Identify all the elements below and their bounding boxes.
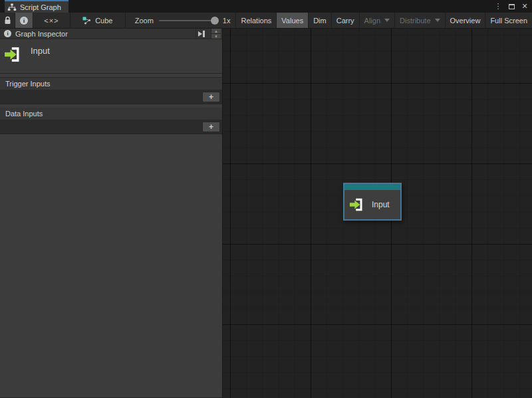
zoom-label: Zoom [135,17,154,25]
overview-button[interactable]: Overview [446,13,486,28]
code-preview-button[interactable]: <×> [33,13,70,28]
trigger-inputs-header: Trigger Inputs [0,78,222,90]
data-inputs-list: + [0,120,222,134]
graph-target-label: Cube [95,17,112,25]
window-controls: ⋮ ✕ [493,0,529,13]
graph-inspector-header: i Graph Inspector ▲ ▼ [0,29,222,39]
graph-canvas[interactable]: Input [223,29,532,398]
panel-spinner: ▲ ▼ [211,29,221,39]
spinner-up-button[interactable]: ▲ [211,29,221,34]
graph-inspector-panel: i Graph Inspector ▲ ▼ [0,29,223,398]
zoom-slider-thumb[interactable] [211,17,219,25]
dock-arrow-icon [198,31,202,37]
dropdown-arrow-icon [384,19,390,22]
input-node-header[interactable] [344,184,400,190]
inspector-toggle-button[interactable]: i [15,13,33,28]
add-data-input-button[interactable]: + [202,122,220,132]
spinner-down-button[interactable]: ▼ [211,34,221,39]
node-title: Input [372,200,390,209]
dropdown-arrow-icon [435,19,440,22]
data-inputs-header: Data Inputs [0,108,222,120]
trigger-inputs-list: + [0,90,222,104]
full-screen-button[interactable]: Full Screen [485,13,532,28]
graph-target-button[interactable]: Cube [70,13,126,28]
unit-title: Input [31,46,50,56]
lock-icon [4,16,11,25]
graph-inspector-title: Graph Inspector [15,30,192,38]
code-icon: <×> [44,17,59,25]
toolbar-right-group: Relations Values Dim Carry Align Distrib… [236,13,532,28]
inspector-empty-space [0,134,222,398]
relations-button[interactable]: Relations [236,13,277,28]
window-menu-icon[interactable]: ⋮ [493,2,503,11]
tab-script-graph[interactable]: Script Graph [5,0,68,13]
script-graph-asset-icon [82,17,91,25]
zoom-value: 1x [223,17,231,25]
zoom-control: Zoom 1x [126,13,237,28]
zoom-slider-track [159,20,217,21]
info-icon: i [20,17,28,25]
tab-title: Script Graph [20,3,61,11]
input-node[interactable]: Input [343,183,402,221]
align-dropdown[interactable]: Align [360,13,395,28]
input-node-body: Input [344,190,400,219]
window-close-icon[interactable]: ✕ [520,2,529,11]
add-trigger-input-button[interactable]: + [202,92,220,102]
lock-button[interactable] [0,13,15,28]
info-icon: i [4,30,11,37]
input-unit-icon [4,45,24,64]
graph-toolbar: i <×> Cube Zoom 1x Rel [0,13,532,29]
dock-panel-button[interactable] [196,29,207,39]
tab-bar: Script Graph ⋮ ✕ [0,0,532,13]
window-maximize-icon[interactable] [507,2,516,11]
dim-button[interactable]: Dim [309,13,332,28]
values-button[interactable]: Values [277,13,309,28]
main-area: i Graph Inspector ▲ ▼ [0,29,532,398]
input-unit-icon [349,196,366,213]
distribute-dropdown[interactable]: Distribute [395,13,445,28]
script-graph-window: Script Graph ⋮ ✕ i <×> [0,0,532,398]
carry-button[interactable]: Carry [332,13,360,28]
zoom-slider[interactable] [159,17,217,25]
selected-unit-summary: Input [0,39,222,74]
graph-hierarchy-icon [7,3,17,11]
